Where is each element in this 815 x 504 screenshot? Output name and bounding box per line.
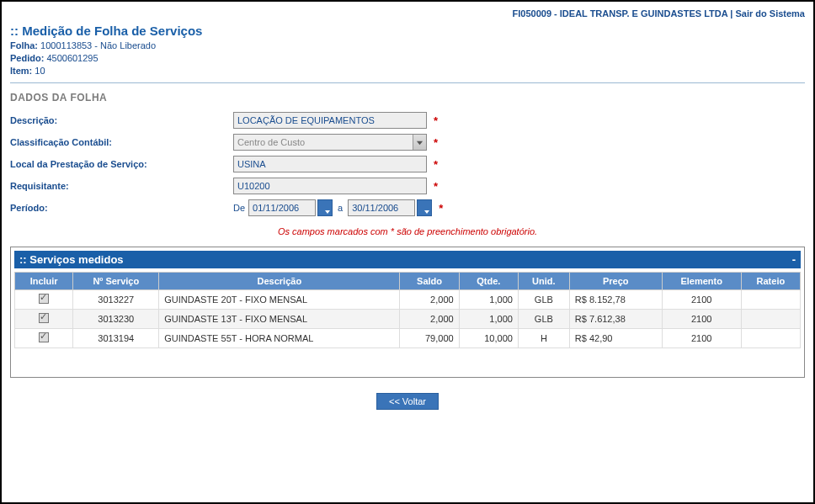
table-row: 3013194GUINDASTE 55T - HORA NORMAL79,000…: [15, 329, 801, 348]
pedido-value: 4500601295: [46, 53, 98, 63]
periodo-a-label: a: [338, 203, 343, 213]
cell-saldo: 79,000: [400, 329, 459, 348]
requisitante-input[interactable]: [233, 178, 427, 194]
col-elemento: Elemento: [662, 273, 741, 290]
col-saldo: Saldo: [400, 273, 459, 290]
cell-elemento: 2100: [662, 290, 741, 310]
cell-unid: H: [518, 329, 569, 348]
incluir-checkbox[interactable]: [39, 313, 49, 323]
cell-unid: GLB: [518, 310, 569, 329]
periodo-a-input[interactable]: [348, 199, 415, 216]
cell-preco: R$ 8.152,78: [569, 290, 662, 310]
classif-select[interactable]: Centro de Custo: [233, 134, 427, 151]
descricao-input[interactable]: [233, 112, 427, 129]
folha-label: Folha:: [10, 40, 38, 50]
folha-value: 1000113853: [40, 40, 92, 50]
required-star: *: [439, 202, 443, 215]
cell-saldo: 2,000: [400, 290, 459, 310]
required-note: Os campos marcados com * são de preenchi…: [10, 226, 805, 236]
col-unid: Unid.: [518, 273, 569, 290]
services-table-panel: :: Serviços medidos - Incluir Nº Serviço…: [10, 247, 805, 378]
top-bar: FI050009 - IDEAL TRANSP. E GUINDASTES LT…: [10, 7, 805, 20]
cell-elemento: 2100: [662, 310, 741, 329]
local-input[interactable]: [233, 156, 427, 172]
col-descricao: Descrição: [159, 273, 400, 290]
classif-label: Classificação Contábil:: [10, 137, 233, 147]
local-label: Local da Prestação de Serviço:: [10, 159, 233, 169]
cell-rateio: [741, 310, 800, 329]
table-row: 3013230GUINDASTE 13T - FIXO MENSAL2,0001…: [15, 310, 801, 329]
periodo-label: Período:: [10, 203, 233, 213]
cell-qtde: 1,000: [459, 290, 518, 310]
folha-status: - Não Liberado: [94, 40, 156, 50]
cell-qtde: 10,000: [459, 329, 518, 348]
voltar-button[interactable]: << Voltar: [376, 393, 439, 410]
company-code: FI050009: [513, 8, 551, 19]
descricao-label: Descrição:: [10, 115, 233, 125]
col-rateio: Rateio: [741, 273, 800, 290]
col-preco: Preço: [569, 273, 662, 290]
summary-block: Folha: 1000113853 - Não Liberado Pedido:…: [10, 40, 805, 77]
cell-rateio: [741, 329, 800, 348]
cell-qtde: 1,000: [459, 310, 518, 329]
cell-num: 3013194: [73, 329, 159, 348]
section-heading: DADOS DA FOLHA: [10, 92, 805, 103]
cell-elemento: 2100: [662, 329, 741, 348]
calendar-icon[interactable]: [417, 199, 432, 216]
divider: [10, 82, 805, 83]
cell-desc: GUINDASTE 20T - FIXO MENSAL: [159, 290, 400, 310]
cell-desc: GUINDASTE 13T - FIXO MENSAL: [159, 310, 400, 329]
table-title-bar: :: Serviços medidos -: [14, 251, 801, 268]
cell-preco: R$ 7.612,38: [569, 310, 662, 329]
required-star: *: [434, 180, 438, 193]
classif-value: Centro de Custo: [237, 137, 305, 147]
collapse-icon[interactable]: -: [792, 253, 796, 266]
cell-rateio: [741, 290, 800, 310]
required-star: *: [434, 114, 438, 127]
item-label: Item:: [10, 66, 32, 76]
dropdown-icon[interactable]: [413, 135, 426, 150]
incluir-checkbox[interactable]: [39, 332, 49, 342]
svg-marker-0: [417, 141, 423, 145]
company-name: IDEAL TRANSP. E GUINDASTES LTDA: [560, 8, 727, 19]
cell-num: 3013227: [73, 290, 159, 310]
required-star: *: [434, 136, 438, 149]
col-qtde: Qtde.: [459, 273, 518, 290]
cell-saldo: 2,000: [400, 310, 459, 329]
cell-num: 3013230: [73, 310, 159, 329]
services-table: Incluir Nº Serviço Descrição Saldo Qtde.…: [14, 272, 801, 348]
table-row: 3013227GUINDASTE 20T - FIXO MENSAL2,0001…: [15, 290, 801, 310]
page-title: :: Medição de Folha de Serviços: [10, 24, 805, 38]
cell-unid: GLB: [518, 290, 569, 310]
incluir-checkbox[interactable]: [39, 294, 49, 304]
periodo-de-label: De: [233, 203, 245, 213]
cell-preco: R$ 42,90: [569, 329, 662, 348]
calendar-icon[interactable]: [317, 199, 333, 216]
col-incluir: Incluir: [15, 273, 73, 290]
requisitante-label: Requisitante:: [10, 181, 233, 191]
pedido-label: Pedido:: [10, 53, 44, 63]
required-star: *: [434, 158, 438, 171]
col-num-servico: Nº Serviço: [73, 273, 159, 290]
logout-link[interactable]: Sair do Sistema: [735, 8, 805, 19]
cell-desc: GUINDASTE 55T - HORA NORMAL: [159, 329, 400, 348]
item-value: 10: [35, 66, 45, 76]
periodo-de-input[interactable]: [248, 199, 316, 216]
table-title: Serviços medidos: [29, 253, 123, 266]
